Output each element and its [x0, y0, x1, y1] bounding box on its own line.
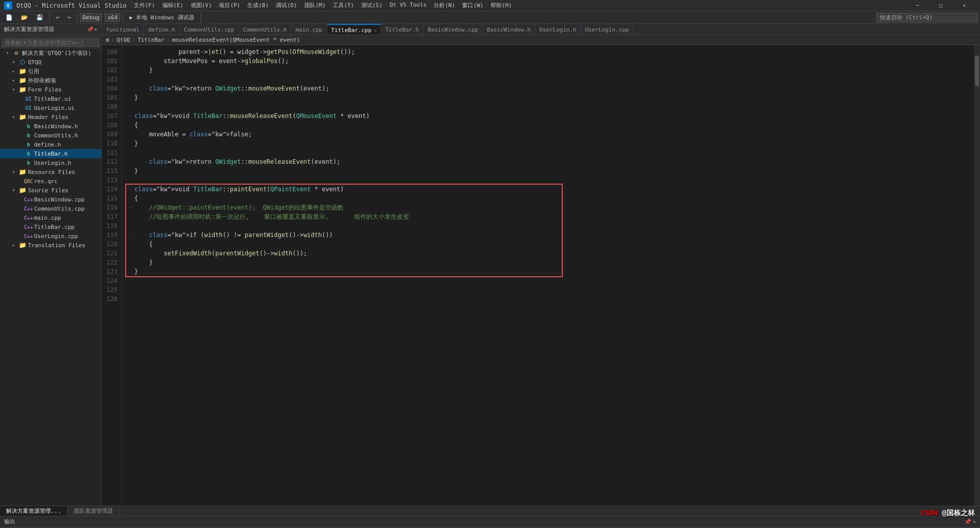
menu-item-编辑(E)[interactable]: 编辑(E): [159, 1, 187, 10]
tree-item-main-cpp[interactable]: C++main.cpp: [0, 213, 101, 222]
tab-UserLogin-cpp[interactable]: UserLogin.cpp: [581, 24, 633, 35]
maximize-button[interactable]: □: [929, 0, 953, 11]
tree-item-userlogin-h[interactable]: hUserLogin.h: [0, 158, 101, 167]
search-box-right[interactable]: 快速启动 (Ctrl+Q): [876, 13, 978, 22]
tab-UserLogin-h[interactable]: UserLogin.h: [535, 24, 581, 35]
menu-item-工具(T)[interactable]: 工具(T): [330, 1, 357, 10]
toolbar-open[interactable]: 📂: [17, 13, 32, 22]
tree-project[interactable]: ▾⬡QTQQ: [0, 57, 101, 67]
scrollbar-thumb-vertical[interactable]: [975, 55, 979, 86]
code-line: }: [126, 166, 970, 175]
line-number: 115: [102, 194, 118, 203]
breadcrumb-qtqq[interactable]: QtQQ: [117, 37, 130, 43]
tree-item-references[interactable]: ▸📁引用: [0, 67, 101, 76]
tree-item-header-files[interactable]: ▾📁Header Files: [0, 112, 101, 122]
line-number: 116: [102, 203, 118, 212]
tree-item-titlebar-cpp[interactable]: C++TitleBar.cpp: [0, 222, 101, 231]
tab-define-h[interactable]: define.h: [144, 24, 180, 35]
tree-item-titlebar-ui[interactable]: UITitleBar.ui: [0, 94, 101, 103]
toolbar-save[interactable]: 💾: [33, 13, 47, 22]
breadcrumb-sep0: ›: [111, 37, 115, 43]
code-text: class="kw">if (width() != parentWidget()…: [134, 230, 970, 240]
tab-close-btn[interactable]: ✕: [373, 27, 377, 33]
close-panel-button[interactable]: ✕: [94, 26, 97, 32]
tree-item-resource-files[interactable]: ▾📁Resource Files: [0, 167, 101, 177]
bottom-tab-1[interactable]: 团队资源管理器: [68, 506, 120, 516]
menu-item-视图(V)[interactable]: 视图(V): [188, 1, 215, 10]
tree-label: Resource Files: [28, 169, 75, 175]
code-area[interactable]: parent->|et() = widget->getPos(OfMouseWi…: [122, 45, 974, 506]
line-number: 118: [102, 221, 118, 230]
cpp-icon: C++: [24, 223, 33, 231]
tree-item-res-qrc[interactable]: QRCres.qrc: [0, 177, 101, 186]
tab-TitleBar-h[interactable]: TitleBar.h: [381, 24, 423, 35]
fold-indicator[interactable]: −: [126, 203, 134, 212]
tree-item-commonutils-cpp[interactable]: C++CommonUtils.cpp: [0, 204, 101, 213]
tab-BasicWindow-cpp[interactable]: BasicWindow.cpp: [423, 24, 482, 35]
toolbar-redo[interactable]: ↪: [64, 13, 75, 22]
pin-button[interactable]: 📌: [87, 26, 93, 32]
menu-item-Qt VS Tools[interactable]: Qt VS Tools: [387, 1, 430, 10]
close-button[interactable]: ✕: [953, 0, 976, 11]
tab-BasicWindow-h[interactable]: BasicWindow.h: [483, 24, 535, 35]
code-line: parent->|et() = widget->getPos(OfMouseWi…: [126, 47, 970, 56]
line-number: 117: [102, 212, 118, 221]
tree-item-basicwindow-h[interactable]: hBasicWindow.h: [0, 122, 101, 131]
breadcrumb-method[interactable]: mouseReleaseEvent(QMouseEvent * event): [172, 37, 300, 43]
menu-item-项目(P)[interactable]: 项目(P): [216, 1, 243, 10]
toolbar-new[interactable]: 📄: [2, 13, 16, 22]
menu-item-分析(N)[interactable]: 分析(N): [430, 1, 458, 10]
tree-item-userlogin-cpp[interactable]: C++UserLogin.cpp: [0, 231, 101, 241]
tab-label: main.cpp: [296, 26, 323, 33]
tree-item-userlogin-ui[interactable]: UIUserLogin.ui: [0, 103, 101, 112]
tab-CommonUtils-cpp[interactable]: CommonUtils.cpp: [180, 24, 239, 35]
bottom-tab-0[interactable]: 解决方案资源管理...: [0, 506, 68, 516]
code-line: //绘图事件的调用时机:第一次运行, 窗口被覆盖又重新显示, 组件的大小发生改变: [126, 212, 970, 221]
menu-item-窗口(W)[interactable]: 窗口(W): [459, 1, 486, 10]
tree-label: UserLogin.cpp: [34, 233, 78, 240]
output-pin[interactable]: 📌: [965, 519, 971, 524]
menu-item-帮助(H)[interactable]: 帮助(H): [487, 1, 515, 10]
tree-label: Translation Files: [28, 242, 85, 249]
breadcrumb-titlebar[interactable]: TitleBar: [137, 37, 164, 43]
menu-item-调试(D)[interactable]: 调试(D): [273, 1, 300, 10]
toolbar-undo[interactable]: ↩: [52, 13, 63, 22]
code-line: }: [126, 267, 970, 276]
menu-item-团队(M)[interactable]: 团队(M): [301, 1, 329, 10]
tree-item-basicwindow-cpp[interactable]: C++BasicWindow.cpp: [0, 195, 101, 204]
fold-indicator[interactable]: −: [126, 185, 134, 194]
menu-item-文件(F)[interactable]: 文件(F): [131, 1, 158, 10]
run-button[interactable]: ▶ 本地 Windows 调试器: [126, 12, 198, 23]
minimize-button[interactable]: ─: [906, 0, 929, 11]
tree-item-external[interactable]: ▸📁外部依赖项: [0, 76, 101, 85]
tab-functional[interactable]: functional: [102, 24, 144, 35]
menu-item-生成(B)[interactable]: 生成(B): [244, 1, 272, 10]
tab-label: UserLogin.cpp: [585, 26, 629, 33]
solution-search-input[interactable]: [2, 39, 99, 47]
tab-main-cpp[interactable]: main.cpp: [292, 24, 327, 35]
tree-item-commonutils-h[interactable]: hCommonUtils.h: [0, 131, 101, 140]
platform-dropdown[interactable]: x64: [105, 13, 120, 22]
tab-CommonUtils-h[interactable]: CommonUtils.h: [239, 24, 292, 35]
tree-item-form-files[interactable]: ▾📁Form Files: [0, 85, 101, 94]
config-dropdown[interactable]: Debug: [80, 13, 102, 22]
line-number: 119: [102, 230, 118, 240]
line-number: 125: [102, 285, 118, 295]
bottom-tabs-bar: 解决方案资源管理...团队资源管理器: [0, 506, 980, 516]
output-close[interactable]: ✕: [973, 519, 976, 524]
tree-solution[interactable]: ▾⚙解决方案'QTQQ'(1个项目): [0, 48, 101, 57]
tree-item-source-files[interactable]: ▾📁Source Files: [0, 186, 101, 195]
code-text: class="kw">void TitleBar::mouseReleaseEv…: [134, 111, 970, 121]
menu-item-测试(S)[interactable]: 测试(S): [358, 1, 386, 10]
line-number: 120: [102, 240, 118, 249]
fold-indicator[interactable]: −: [126, 111, 134, 121]
line-number: 113: [102, 166, 118, 175]
tree-item-translation-files[interactable]: ▸📁Translation Files: [0, 241, 101, 250]
fold-indicator[interactable]: −: [126, 230, 134, 240]
editor-scrollbar[interactable]: [974, 45, 980, 506]
tab-label: UserLogin.h: [539, 26, 577, 33]
tab-TitleBar-cpp[interactable]: TitleBar.cpp✕: [327, 24, 382, 35]
tree-item-define-h[interactable]: hdefine.h: [0, 140, 101, 149]
tree-item-titlebar-h[interactable]: hTitleBar.h: [0, 149, 101, 158]
code-line: [126, 295, 970, 304]
